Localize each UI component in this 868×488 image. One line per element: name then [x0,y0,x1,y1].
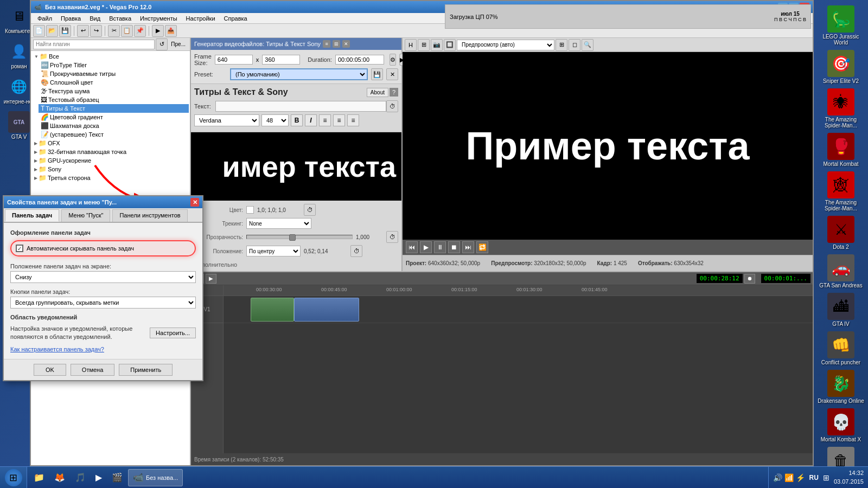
toolbar-redo[interactable]: ↪ [90,25,102,37]
play-btn[interactable]: ▶ [420,241,432,253]
duration-input[interactable] [335,55,384,65]
cancel-button[interactable]: Отмена [71,364,114,376]
dialog-tab-start[interactable]: Меню "Пуск" [61,209,110,222]
icon-mortal-kombat[interactable]: 🥊 Mortal Kombat [816,132,865,168]
menu-help[interactable]: Справка [220,13,252,23]
loop-btn[interactable]: 🔁 [476,241,488,253]
tree-gpu[interactable]: ▶ 📁 GPU-ускорение [32,156,189,165]
frame-height-input[interactable] [262,55,300,65]
preset-select[interactable]: (По умолчанию) [230,68,368,80]
preview-tb-3[interactable]: 📷 [431,39,443,51]
position-select[interactable]: Снизу [10,271,196,283]
tl-btn-2[interactable]: ▶ [206,274,216,284]
preview-safe[interactable]: ◻ [569,39,580,51]
buttons-select[interactable]: Всегда группировать, скрывать метки [10,297,196,309]
tree-gradient[interactable]: 🌈 Цветовой градиент [39,113,189,121]
taskbar-item-3[interactable]: 🎵 [71,469,90,486]
preset-close-icon[interactable]: ✕ [386,68,398,80]
tree-ofx[interactable]: ▶ 📁 OFX [32,139,189,147]
toolbar-cut[interactable]: ✂ [108,25,120,37]
toolbar-undo[interactable]: ↩ [77,25,89,37]
preview-grid[interactable]: ⊞ [556,39,567,51]
toolbar-paste[interactable]: 📌 [134,25,146,37]
tree-test[interactable]: 🖼 Тестовый образец [39,95,189,104]
tree-titles[interactable]: T Титры & Текст [39,104,189,113]
taskbar-item-5[interactable]: 🎬 [107,469,127,486]
timeline-clip-1[interactable] [251,298,294,322]
help-icon[interactable]: ? [390,88,398,97]
autohide-checkbox[interactable] [16,245,23,252]
taskbar-item-1[interactable]: 📁 [29,469,49,486]
preview-zoom[interactable]: 🔍 [582,39,593,51]
size-select[interactable]: 48 [261,114,289,126]
tree-legacy-text[interactable]: 📝 (устаревшее) Текст [39,130,189,139]
tl-record-btn[interactable]: ⏺ [744,274,755,284]
preset-save-icon[interactable]: 💾 [371,68,383,80]
icon-spider-2[interactable]: 🕸 The Amazing Spider-Man... [816,170,865,213]
bold-button[interactable]: B [291,114,303,126]
about-button[interactable]: About [367,88,388,97]
tree-solid-color[interactable]: 🎨 Сплошной цвет [39,78,189,87]
toolbar-copy[interactable]: 📋 [121,25,133,37]
icon-spider-1[interactable]: 🕷 The Amazing Spider-Man... [816,87,865,130]
opacity-thumb[interactable] [289,234,296,241]
font-select[interactable]: Verdana [194,114,259,126]
toolbar-new[interactable]: 📄 [33,25,45,37]
taskbar-item-4[interactable]: ▶ [91,469,106,486]
start-button[interactable]: ⊞ [0,467,27,488]
position-clock[interactable]: ⏱ [350,245,362,257]
timeline-tracks[interactable]: 00:00:30:00 00:00:45:00 00:01:00:00 00:0… [224,285,813,453]
tree-32bit[interactable]: ▶ 📁 32-битная плавающая точка [32,147,189,156]
gen-close-icon[interactable]: ✕ [342,40,350,48]
menu-edit[interactable]: Правка [56,13,85,23]
icon-lego-jurassic[interactable]: 🦕 LEGO Jurassic World [816,4,865,47]
dialog-tab-toolbars[interactable]: Панели инструментов [112,209,187,222]
preview-tb-4[interactable]: 🔲 [444,39,456,51]
toolbar-export[interactable]: 📤 [165,25,177,37]
next-frame-btn[interactable]: ⏭ [462,241,474,253]
menu-insert[interactable]: Вставка [105,13,136,23]
help-link[interactable]: Как настраивается панель задач? [10,346,196,352]
plugin-search[interactable] [33,40,155,49]
preview-tb-1[interactable]: H [405,39,417,51]
frame-width-input[interactable] [215,55,253,65]
text-input[interactable] [215,101,386,112]
menu-tools[interactable]: Инструменты [136,13,182,23]
gen-settings-icon[interactable]: ⚙ [390,54,396,66]
opacity-clock[interactable]: ⏱ [386,231,398,243]
icon-drakensang[interactable]: 🐉 Drakensang Online [816,369,865,405]
tree-checker[interactable]: ⬛ Шахматная доска [39,121,189,130]
icon-conflict[interactable]: 👊 Conflict puncher [816,330,865,367]
tree-scrolling[interactable]: 📜 Прокручиваемые титры [39,69,189,78]
tree-protype[interactable]: 🔤 ProType Titler [39,61,189,69]
taskbar-item-2[interactable]: 🦊 [50,469,69,486]
toolbar-open[interactable]: 📂 [46,25,58,37]
timeline-clip-2[interactable] [294,298,359,322]
ok-button[interactable]: OK [34,364,66,376]
menu-view[interactable]: Вид [85,13,105,23]
apply-button[interactable]: Применить [119,364,173,376]
stop-btn[interactable]: ⏹ [448,241,460,253]
gen-menu-icon[interactable]: ≡ [323,40,330,48]
menu-settings[interactable]: Настройки [182,13,220,23]
menu-file[interactable]: Файл [33,13,56,23]
icon-sniper-elite[interactable]: 🎯 Sniper Elite V2 [816,49,865,85]
toolbar-save[interactable]: 💾 [59,25,71,37]
center-select[interactable]: По центру [246,246,301,256]
preview-mode-select[interactable]: Предпросмотр (авто) [457,40,554,50]
icon-gta-iv[interactable]: 🏙 GTA IV [816,292,865,328]
color-param-clock[interactable]: ⏱ [304,204,316,216]
tracking-select[interactable]: None [246,218,311,229]
plugin-refresh[interactable]: ↺ [156,38,168,50]
prev-frame-btn[interactable]: ⏮ [406,241,418,253]
text-clock-icon[interactable]: ⏱ [386,100,398,112]
align-right-button[interactable]: ≡ [347,114,359,126]
align-center-button[interactable]: ≡ [333,114,345,126]
tree-third[interactable]: ▶ 📁 Третья сторона [32,174,189,182]
tree-noise[interactable]: 🌫 Текстура шума [39,87,189,95]
icon-gta-sa[interactable]: 🚗 GTA San Andreas [816,253,865,290]
align-left-button[interactable]: ≡ [319,114,331,126]
opacity-slider[interactable] [246,235,353,239]
italic-button[interactable]: I [305,114,317,126]
toolbar-render[interactable]: ▶ [152,25,164,37]
